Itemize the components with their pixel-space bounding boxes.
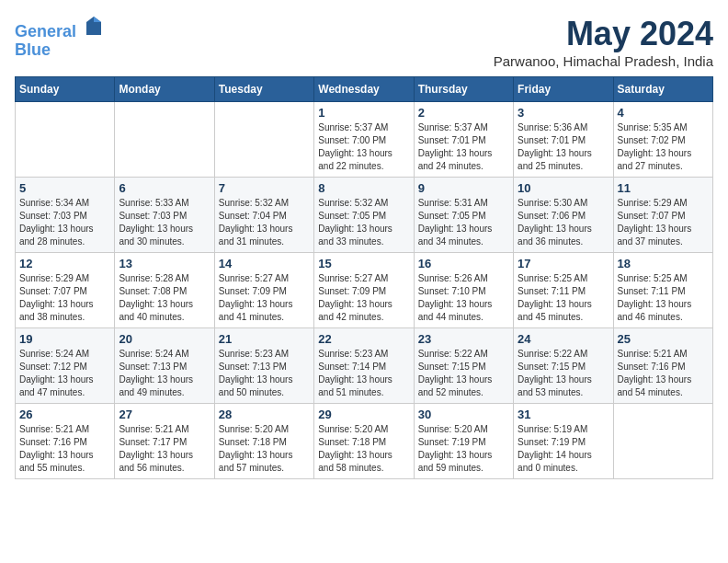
logo: General Blue [15,15,105,60]
logo-text: General [15,15,105,41]
day-info: Sunrise: 5:35 AMSunset: 7:02 PMDaylight:… [618,121,709,173]
calendar-cell: 12Sunrise: 5:29 AMSunset: 7:07 PMDayligh… [16,253,115,328]
calendar-cell: 23Sunrise: 5:22 AMSunset: 7:15 PMDayligh… [414,328,513,404]
calendar-cell: 22Sunrise: 5:23 AMSunset: 7:14 PMDayligh… [314,328,414,404]
calendar-cell: 15Sunrise: 5:27 AMSunset: 7:09 PMDayligh… [314,253,414,328]
day-number: 22 [318,332,409,346]
day-info: Sunrise: 5:26 AMSunset: 7:10 PMDaylight:… [418,272,509,324]
day-info: Sunrise: 5:20 AMSunset: 7:18 PMDaylight:… [318,423,409,475]
day-info: Sunrise: 5:31 AMSunset: 7:05 PMDaylight:… [418,197,509,248]
title-block: May 2024 Parwanoo, Himachal Pradesh, Ind… [494,15,713,69]
calendar-cell: 28Sunrise: 5:20 AMSunset: 7:18 PMDayligh… [214,404,313,479]
day-info: Sunrise: 5:19 AMSunset: 7:19 PMDaylight:… [518,423,609,475]
calendar-cell: 16Sunrise: 5:26 AMSunset: 7:10 PMDayligh… [414,253,513,328]
calendar-cell: 7Sunrise: 5:32 AMSunset: 7:04 PMDaylight… [214,178,313,253]
calendar-cell: 8Sunrise: 5:32 AMSunset: 7:05 PMDaylight… [314,178,414,253]
day-info: Sunrise: 5:37 AMSunset: 7:01 PMDaylight:… [418,121,509,173]
calendar-cell: 29Sunrise: 5:20 AMSunset: 7:18 PMDayligh… [314,404,414,479]
calendar-cell [115,102,214,178]
calendar-cell: 19Sunrise: 5:24 AMSunset: 7:12 PMDayligh… [16,328,115,404]
day-info: Sunrise: 5:33 AMSunset: 7:03 PMDaylight:… [119,197,210,248]
day-info: Sunrise: 5:20 AMSunset: 7:19 PMDaylight:… [418,423,509,475]
day-number: 2 [418,106,509,120]
weekday-header-tuesday: Tuesday [214,77,313,102]
day-number: 19 [19,332,110,346]
day-number: 25 [618,332,709,346]
calendar-cell: 6Sunrise: 5:33 AMSunset: 7:03 PMDaylight… [115,178,214,253]
day-number: 5 [19,181,110,195]
calendar-cell: 20Sunrise: 5:24 AMSunset: 7:13 PMDayligh… [115,328,214,404]
calendar-cell [16,102,115,178]
logo-icon [83,15,105,37]
calendar-cell: 18Sunrise: 5:25 AMSunset: 7:11 PMDayligh… [613,253,712,328]
calendar-cell: 13Sunrise: 5:28 AMSunset: 7:08 PMDayligh… [115,253,214,328]
day-info: Sunrise: 5:23 AMSunset: 7:13 PMDaylight:… [219,348,310,399]
logo-general: General [15,22,76,40]
calendar-cell: 17Sunrise: 5:25 AMSunset: 7:11 PMDayligh… [514,253,613,328]
day-number: 11 [618,181,709,195]
day-number: 28 [219,408,310,421]
week-row-1: 1Sunrise: 5:37 AMSunset: 7:00 PMDaylight… [16,102,713,178]
day-number: 30 [418,408,509,421]
calendar-cell: 1Sunrise: 5:37 AMSunset: 7:00 PMDaylight… [314,102,414,178]
calendar-cell: 10Sunrise: 5:30 AMSunset: 7:06 PMDayligh… [514,178,613,253]
location: Parwanoo, Himachal Pradesh, India [494,53,713,69]
weekday-header-saturday: Saturday [613,77,712,102]
calendar-cell: 27Sunrise: 5:21 AMSunset: 7:17 PMDayligh… [115,404,214,479]
calendar-cell: 24Sunrise: 5:22 AMSunset: 7:15 PMDayligh… [514,328,613,404]
calendar-cell: 30Sunrise: 5:20 AMSunset: 7:19 PMDayligh… [414,404,513,479]
day-info: Sunrise: 5:30 AMSunset: 7:06 PMDaylight:… [518,197,609,248]
calendar-cell: 4Sunrise: 5:35 AMSunset: 7:02 PMDaylight… [613,102,712,178]
day-info: Sunrise: 5:21 AMSunset: 7:16 PMDaylight:… [19,423,110,475]
day-info: Sunrise: 5:29 AMSunset: 7:07 PMDaylight:… [618,197,709,248]
week-row-5: 26Sunrise: 5:21 AMSunset: 7:16 PMDayligh… [16,404,713,479]
calendar-cell: 9Sunrise: 5:31 AMSunset: 7:05 PMDaylight… [414,178,513,253]
calendar-cell: 21Sunrise: 5:23 AMSunset: 7:13 PMDayligh… [214,328,313,404]
day-info: Sunrise: 5:27 AMSunset: 7:09 PMDaylight:… [219,272,310,324]
day-number: 10 [518,181,609,195]
calendar-cell: 11Sunrise: 5:29 AMSunset: 7:07 PMDayligh… [613,178,712,253]
calendar-cell: 5Sunrise: 5:34 AMSunset: 7:03 PMDaylight… [16,178,115,253]
day-info: Sunrise: 5:32 AMSunset: 7:04 PMDaylight:… [219,197,310,248]
calendar-cell: 2Sunrise: 5:37 AMSunset: 7:01 PMDaylight… [414,102,513,178]
calendar-cell: 25Sunrise: 5:21 AMSunset: 7:16 PMDayligh… [613,328,712,404]
day-number: 20 [119,332,210,346]
day-number: 4 [618,106,709,120]
page-header: General Blue May 2024 Parwanoo, Himachal… [15,15,713,69]
calendar-cell: 26Sunrise: 5:21 AMSunset: 7:16 PMDayligh… [16,404,115,479]
day-number: 26 [19,408,110,421]
month-title: May 2024 [494,15,713,53]
day-info: Sunrise: 5:27 AMSunset: 7:09 PMDaylight:… [318,272,409,324]
day-number: 17 [518,257,609,270]
calendar-table: SundayMondayTuesdayWednesdayThursdayFrid… [15,76,713,479]
day-info: Sunrise: 5:21 AMSunset: 7:17 PMDaylight:… [119,423,210,475]
day-number: 31 [518,408,609,421]
calendar-cell: 14Sunrise: 5:27 AMSunset: 7:09 PMDayligh… [214,253,313,328]
week-row-3: 12Sunrise: 5:29 AMSunset: 7:07 PMDayligh… [16,253,713,328]
day-number: 24 [518,332,609,346]
calendar-cell: 3Sunrise: 5:36 AMSunset: 7:01 PMDaylight… [514,102,613,178]
weekday-header-row: SundayMondayTuesdayWednesdayThursdayFrid… [16,77,713,102]
day-number: 16 [418,257,509,270]
day-info: Sunrise: 5:22 AMSunset: 7:15 PMDaylight:… [418,348,509,399]
day-number: 9 [418,181,509,195]
logo-blue: Blue [15,41,105,60]
day-info: Sunrise: 5:29 AMSunset: 7:07 PMDaylight:… [19,272,110,324]
day-info: Sunrise: 5:37 AMSunset: 7:00 PMDaylight:… [318,121,409,173]
day-number: 15 [318,257,409,270]
week-row-2: 5Sunrise: 5:34 AMSunset: 7:03 PMDaylight… [16,178,713,253]
week-row-4: 19Sunrise: 5:24 AMSunset: 7:12 PMDayligh… [16,328,713,404]
day-number: 7 [219,181,310,195]
day-info: Sunrise: 5:21 AMSunset: 7:16 PMDaylight:… [618,348,709,399]
day-number: 27 [119,408,210,421]
day-info: Sunrise: 5:36 AMSunset: 7:01 PMDaylight:… [518,121,609,173]
day-info: Sunrise: 5:24 AMSunset: 7:13 PMDaylight:… [119,348,210,399]
weekday-header-sunday: Sunday [16,77,115,102]
calendar-cell [214,102,313,178]
day-info: Sunrise: 5:24 AMSunset: 7:12 PMDaylight:… [19,348,110,399]
day-info: Sunrise: 5:32 AMSunset: 7:05 PMDaylight:… [318,197,409,248]
day-number: 21 [219,332,310,346]
day-number: 8 [318,181,409,195]
day-number: 6 [119,181,210,195]
day-number: 14 [219,257,310,270]
